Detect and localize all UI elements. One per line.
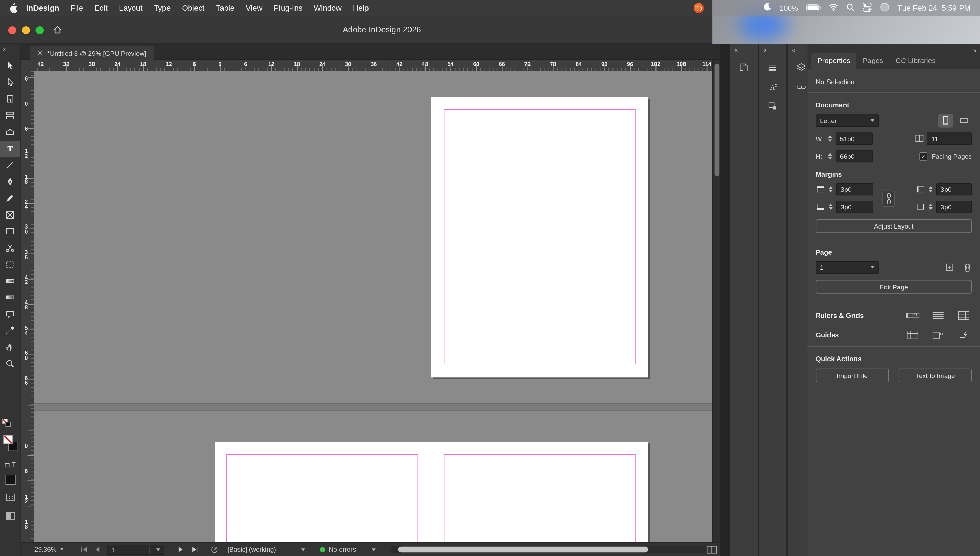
gap-tool[interactable] [0,107,20,124]
line-tool[interactable] [0,157,20,174]
show-guides-button[interactable] [904,330,921,339]
apply-color-button[interactable] [5,475,15,485]
tab-pages[interactable]: Pages [857,53,889,69]
delete-page-button[interactable] [963,262,972,272]
add-page-button[interactable] [945,262,954,272]
last-page-button[interactable] [192,547,199,552]
smart-guides-button[interactable] [956,330,972,339]
edit-page-button[interactable]: Edit Page [815,280,972,294]
pencil-tool[interactable] [0,190,20,207]
tab-close-icon[interactable]: × [37,49,42,57]
eyedropper-tool[interactable] [0,322,20,339]
margin-bottom-stepper[interactable] [828,204,834,210]
margin-bottom-field[interactable]: 3p0 [836,200,873,213]
content-collector-tool[interactable] [0,124,20,141]
horizontal-scrollbar-thumb[interactable] [398,547,648,552]
menu-file[interactable]: File [65,4,89,13]
preflight-profile-dropdown[interactable]: [Basic] (working) [228,545,276,553]
gradient-feather-tool[interactable] [0,289,20,306]
page-number-field[interactable]: 1 [107,545,165,554]
show-rulers-button[interactable] [904,311,921,320]
zoom-window-button[interactable] [36,26,44,34]
menubar-clock[interactable]: Tue Feb 24 5:59 PM [898,4,970,13]
chevron-down-icon[interactable] [301,548,305,551]
focus-mode-icon[interactable] [763,2,772,14]
import-file-button[interactable]: Import File [815,369,889,382]
spotlight-icon[interactable] [846,2,854,14]
document-grid-button[interactable] [956,311,972,320]
margin-left-field[interactable]: 3p0 [936,183,972,196]
tab-properties[interactable]: Properties [811,53,857,69]
zoom-tool[interactable] [0,356,20,372]
screen-mode-button[interactable] [6,512,15,520]
siri-icon[interactable] [880,2,889,14]
formatting-affects-container-icon[interactable] [5,462,10,467]
tools-panel-expand-icon[interactable]: » [0,44,20,57]
menu-view[interactable]: View [240,4,268,13]
wifi-icon[interactable] [829,2,838,14]
ruler-origin-corner[interactable] [21,60,34,71]
menu-indesign[interactable]: InDesign [21,4,65,13]
page-3[interactable] [431,442,648,542]
formatting-affects-text-icon[interactable]: T [12,462,16,468]
margin-top-stepper[interactable] [828,186,834,192]
pages-count-field[interactable]: 11 [927,133,972,145]
menu-type[interactable]: Type [148,4,176,13]
pages-panel-icon[interactable] [730,58,757,77]
menu-layout[interactable]: Layout [113,4,148,13]
dock-collapse-icon[interactable]: « [759,44,786,57]
hand-tool[interactable] [0,339,20,356]
lock-guides-button[interactable] [930,330,946,339]
menu-table[interactable]: Table [210,4,240,13]
width-field[interactable]: 51p0 [836,133,873,145]
page-1[interactable] [431,97,648,377]
landscape-orientation-button[interactable] [957,113,972,127]
apple-menu-icon[interactable] [9,3,18,13]
minimize-window-button[interactable] [22,26,30,34]
page-size-dropdown[interactable]: Letter [815,114,879,127]
menu-plug-ins[interactable]: Plug-Ins [268,4,308,13]
character-styles-panel-icon[interactable]: A [759,77,786,96]
link-margins-button[interactable] [882,191,895,207]
menu-object[interactable]: Object [176,4,210,13]
dock-collapse-icon[interactable]: « [730,44,757,57]
note-tool[interactable] [0,306,20,323]
frame-tool[interactable] [0,206,20,223]
margin-top-field[interactable]: 3p0 [836,183,873,196]
view-modes-icon[interactable] [707,546,717,554]
free-transform-tool[interactable] [0,256,20,273]
close-window-button[interactable] [8,26,16,34]
horizontal-ruler[interactable]: 4236302418126061218243036424854606672788… [34,60,713,71]
control-center-icon[interactable] [863,2,872,14]
selection-tool[interactable] [0,58,20,74]
vertical-scrollbar-thumb[interactable] [715,64,720,176]
menu-help[interactable]: Help [347,4,374,13]
preflight-menu-icon[interactable] [210,546,218,554]
height-stepper[interactable] [827,153,833,159]
default-fill-stroke-icon[interactable] [2,419,11,428]
portrait-orientation-button[interactable] [938,113,953,127]
width-stepper[interactable] [827,136,833,142]
baseline-grid-button[interactable] [930,311,946,320]
first-page-button[interactable] [81,547,87,552]
text-to-image-button[interactable]: Text to Image [899,369,972,382]
adjust-layout-button[interactable]: Adjust Layout [815,219,972,233]
menu-edit[interactable]: Edit [89,4,113,13]
current-page-dropdown[interactable]: 1 [815,261,879,274]
zoom-level-field[interactable]: 29.36% [34,545,63,553]
page-2[interactable] [215,442,431,542]
previous-page-button[interactable] [94,547,100,552]
pen-tool[interactable] [0,173,20,190]
gradient-tool[interactable] [0,273,20,289]
document-canvas[interactable] [34,71,713,542]
vertical-scrollbar[interactable] [713,60,720,542]
facing-pages-checkbox[interactable]: ✓ [919,152,927,160]
document-tab[interactable]: × *Untitled-3 @ 29% [GPU Preview] [30,46,154,60]
margin-right-field[interactable]: 3p0 [936,200,972,213]
horizontal-scrollbar[interactable] [391,546,706,553]
height-field[interactable]: 66p0 [836,150,873,163]
preflight-status-dropdown[interactable]: No errors [328,545,356,553]
panel-menu-icon[interactable]: » [973,47,975,53]
tab-cc-libraries[interactable]: CC Libraries [889,53,942,69]
menu-window[interactable]: Window [308,4,347,13]
